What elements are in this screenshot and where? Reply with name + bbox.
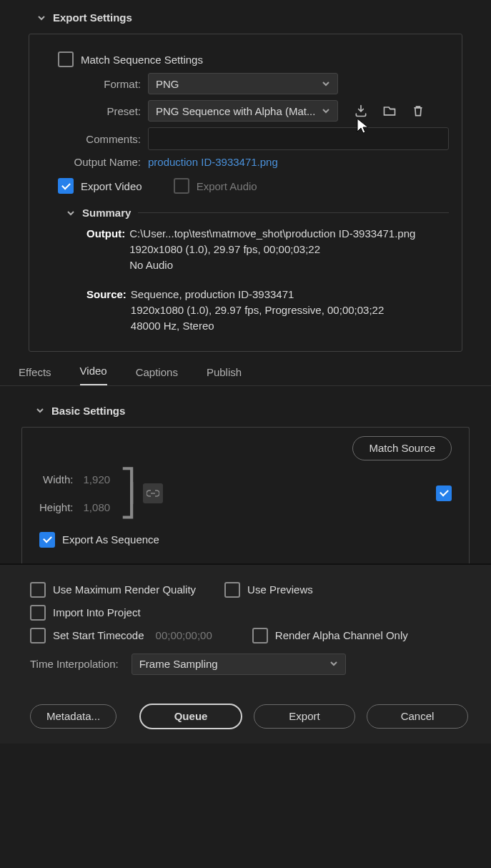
format-select[interactable]: PNG <box>148 73 338 94</box>
link-bracket: ⎦ <box>120 492 136 509</box>
tab-publish[interactable]: Publish <box>207 366 242 385</box>
import-into-project-label: Import Into Project <box>53 606 141 618</box>
comments-label: Comments: <box>58 133 148 145</box>
time-interpolation-select[interactable]: Frame Sampling <box>132 654 346 675</box>
export-as-sequence-checkbox[interactable] <box>39 532 55 548</box>
summary-source-line: 48000 Hz, Stereo <box>131 318 384 334</box>
output-name-label: Output Name: <box>58 156 148 168</box>
format-value: PNG <box>156 78 179 90</box>
summary-source-line: 1920x1080 (1.0), 29.97 fps, Progressive,… <box>131 302 384 318</box>
export-video-checkbox[interactable] <box>58 178 74 194</box>
import-into-project-checkbox[interactable] <box>30 605 46 621</box>
use-previews-checkbox[interactable] <box>224 582 240 598</box>
link-dimensions-icon[interactable] <box>143 483 163 503</box>
use-previews-label: Use Previews <box>247 583 313 596</box>
comments-input[interactable] <box>148 127 449 150</box>
save-preset-icon[interactable] <box>352 102 370 119</box>
basic-settings-header[interactable]: Basic Settings <box>29 399 470 423</box>
tab-video[interactable]: Video <box>80 365 107 385</box>
format-label: Format: <box>58 78 148 90</box>
export-video-label: Export Video <box>81 180 142 192</box>
preset-value: PNG Sequence with Alpha (Mat... <box>156 105 315 117</box>
export-audio-checkbox <box>174 178 189 194</box>
chevron-down-icon <box>66 209 75 217</box>
export-button[interactable]: Export <box>254 704 355 729</box>
summary-output-line: 1920x1080 (1.0), 29.97 fps, 00;00;03;22 <box>129 242 415 257</box>
output-name-link[interactable]: production ID-3933471.png <box>148 156 278 168</box>
height-label: Height: <box>39 501 74 513</box>
chevron-down-icon <box>36 406 44 415</box>
time-interpolation-label: Time Interpolation: <box>30 658 119 670</box>
summary-output-line: C:\User...top\test\matmove_shot\producti… <box>129 226 415 242</box>
width-value[interactable]: 1,920 <box>84 473 111 485</box>
summary-header[interactable]: Summary <box>66 204 131 222</box>
height-value[interactable]: 1,080 <box>84 501 111 513</box>
set-start-timecode-label: Set Start Timecode <box>53 629 144 641</box>
tabs: Effects Video Captions Publish <box>0 352 491 386</box>
preset-label: Preset: <box>58 105 148 117</box>
summary-source-line: Sequence, production ID-3933471 <box>131 287 384 302</box>
summary-source-label: Source: <box>86 287 131 333</box>
match-source-dimensions-checkbox[interactable] <box>436 485 452 501</box>
export-as-sequence-label: Export As Sequence <box>62 533 159 546</box>
start-timecode-value[interactable]: 00;00;00;00 <box>156 629 212 641</box>
use-max-render-label: Use Maximum Render Quality <box>53 583 196 596</box>
match-sequence-label: Match Sequence Settings <box>81 54 203 66</box>
preset-select[interactable]: PNG Sequence with Alpha (Mat... <box>148 100 338 122</box>
set-start-timecode-checkbox[interactable] <box>30 628 46 643</box>
chevron-down-icon <box>37 14 46 22</box>
export-audio-label: Export Audio <box>197 180 257 192</box>
render-alpha-only-checkbox[interactable] <box>252 628 268 643</box>
cancel-button[interactable]: Cancel <box>367 704 468 729</box>
time-interpolation-value: Frame Sampling <box>139 658 218 670</box>
width-label: Width: <box>43 473 74 485</box>
chevron-down-icon <box>329 658 338 670</box>
summary-output-label: Output: <box>86 226 129 272</box>
basic-settings-title: Basic Settings <box>51 405 125 417</box>
queue-button[interactable]: Queue <box>139 704 242 729</box>
export-settings-title: Export Settings <box>53 11 132 24</box>
chevron-down-icon <box>322 78 330 90</box>
summary-title: Summary <box>82 207 131 219</box>
render-alpha-only-label: Render Alpha Channel Only <box>275 629 408 641</box>
import-preset-icon[interactable] <box>381 102 398 119</box>
summary-output-line: No Audio <box>129 257 415 273</box>
metadata-button[interactable]: Metadata... <box>30 704 116 729</box>
delete-preset-icon[interactable] <box>410 102 427 119</box>
use-max-render-checkbox[interactable] <box>30 582 46 598</box>
tab-effects[interactable]: Effects <box>19 366 51 385</box>
tab-captions[interactable]: Captions <box>136 366 178 385</box>
match-source-button[interactable]: Match Source <box>352 436 452 460</box>
chevron-down-icon <box>322 105 330 117</box>
match-sequence-checkbox[interactable] <box>58 51 74 67</box>
export-settings-header[interactable]: Export Settings <box>30 6 491 29</box>
